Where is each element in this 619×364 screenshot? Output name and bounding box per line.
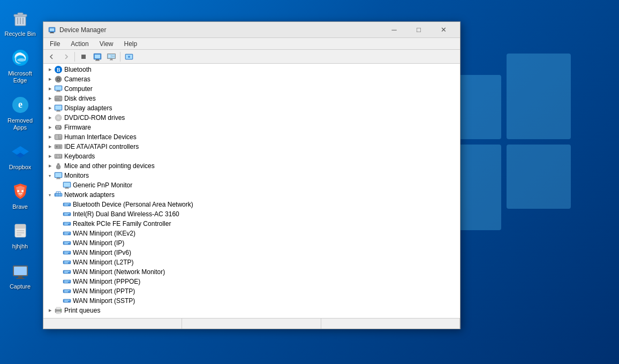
svg-rect-127 [63,232,71,235]
tree-item-monitors[interactable]: Monitors [43,171,460,180]
menu-action[interactable]: Action [65,38,94,49]
wan-pptp-icon [63,287,71,295]
tree-item-keyboards[interactable]: Keyboards [43,151,460,161]
tree-item-computer[interactable]: Computer [43,84,460,94]
recycle-bin-label: Recycle Bin [4,31,35,37]
expand-computer[interactable] [46,85,54,93]
firmware-icon [54,123,63,132]
expand-network-adapters[interactable] [46,191,54,199]
status-segment-2 [182,318,321,329]
forward-button[interactable] [59,51,72,63]
expand-mice[interactable] [46,162,54,170]
tree-item-firmware[interactable]: Firmware [43,123,460,132]
properties-button[interactable] [91,51,104,63]
minimize-button[interactable]: ─ [382,22,406,38]
svg-rect-92 [60,156,61,157]
expand-ide-atapi[interactable] [46,142,54,151]
tree-item-display-adapters[interactable]: Display adapters [43,103,460,113]
expand-keyboards[interactable] [46,152,54,161]
tree-item-wan-netmon[interactable]: WAN Miniport (Network Monitor) [43,267,460,277]
svg-rect-74 [55,126,56,128]
tree-item-cameras[interactable]: Cameras [43,74,460,84]
menu-view[interactable]: View [94,38,119,49]
tree-item-wan-ip[interactable]: WAN Miniport (IP) [43,238,460,248]
svg-text:B: B [57,67,61,73]
tree-item-bluetooth-pan[interactable]: Bluetooth Device (Personal Area Network) [43,200,460,209]
wan-ipv6-label: WAN Miniport (IPv6) [73,249,131,256]
expand-dvd-cdrom[interactable] [46,113,54,122]
tree-item-wan-ipv6[interactable]: WAN Miniport (IPv6) [43,248,460,257]
removed-apps-icon: e [10,94,31,116]
tree-view[interactable]: B Bluetooth Cameras [43,64,460,318]
svg-rect-75 [61,126,62,128]
expand-monitors[interactable] [46,171,54,180]
tree-item-wan-pptp[interactable]: WAN Miniport (PPTP) [43,286,460,296]
tree-item-network-adapters[interactable]: Network adapters [43,190,460,200]
svg-rect-126 [64,224,68,225]
svg-point-68 [58,117,59,118]
svg-rect-82 [56,146,58,148]
tree-item-generic-pnp[interactable]: Generic PnP Monitor [43,180,460,190]
svg-rect-41 [110,59,112,60]
maximize-button[interactable]: □ [406,22,431,38]
svg-rect-22 [15,224,26,229]
back-button[interactable] [46,51,58,63]
wan-sstp-label: WAN Miniport (SSTP) [73,297,135,305]
tree-item-print-queues[interactable]: Print queues [43,306,460,315]
print-queues-label: Print queues [64,307,100,314]
computer-label: Computer [64,85,93,93]
hjhjhh-icon [10,220,31,241]
svg-point-11 [17,58,26,62]
svg-rect-104 [65,188,69,189]
svg-rect-31 [50,28,54,31]
svg-rect-149 [64,300,70,301]
desktop-icon-dropbox[interactable]: Dropbox [2,139,39,173]
tree-item-wan-ikev2[interactable]: WAN Miniport (IKEv2) [43,229,460,238]
tree-item-mice[interactable]: Mice and other pointing devices [43,161,460,171]
hjhjhh-label: hjhjhh [12,243,28,250]
tree-item-ide-atapi[interactable]: IDE ATA/ATAPI controllers [43,142,460,151]
tree-item-wan-sstp[interactable]: WAN Miniport (SSTP) [43,296,460,306]
expand-bluetooth[interactable] [46,65,54,74]
stop-button[interactable] [77,51,90,63]
wan-netmon-label: WAN Miniport (Network Monitor) [73,268,165,276]
svg-rect-133 [63,251,71,254]
expand-print-queues[interactable] [46,306,54,315]
tree-item-intel-wireless[interactable]: Intel(R) Dual Band Wireless-AC 3160 [43,209,460,219]
expand-disk-drives[interactable] [46,94,54,103]
desktop-icon-edge[interactable]: Microsoft Edge [2,45,39,86]
desktop-icon-brave[interactable]: Brave [2,178,39,213]
tree-item-dvd-cdrom[interactable]: DVD/CD-ROM drives [43,113,460,123]
desktop-icon-removed-apps[interactable]: e Removed Apps [2,92,39,133]
capture-label: Capture [10,283,31,290]
tree-item-realtek[interactable]: Realtek PCIe FE Family Controller [43,219,460,229]
svg-rect-132 [64,244,68,245]
tree-item-human-interface[interactable]: Human Interface Devices [43,132,460,142]
svg-rect-89 [60,155,61,156]
svg-rect-106 [56,194,57,195]
desktop-icon-capture[interactable]: Capture [2,258,39,292]
tree-item-wan-pppoe[interactable]: WAN Miniport (PPPOE) [43,277,460,286]
expand-cameras[interactable] [46,75,54,84]
menu-file[interactable]: File [44,38,65,49]
svg-rect-99 [57,178,60,179]
svg-rect-91 [57,156,59,157]
expand-human-interface[interactable] [46,133,54,141]
svg-rect-135 [64,253,68,254]
close-button[interactable]: ✕ [431,22,456,38]
expand-firmware[interactable] [46,123,54,132]
ide-atapi-label: IDE ATA/ATAPI controllers [64,143,139,150]
tree-item-disk-drives[interactable]: Disk drives [43,94,460,103]
svg-rect-138 [64,263,68,264]
svg-rect-100 [56,179,61,179]
device-manager-button[interactable] [105,51,118,63]
tree-item-bluetooth[interactable]: B Bluetooth [43,65,460,74]
expand-display-adapters[interactable] [46,104,54,112]
svg-rect-124 [63,222,71,225]
desktop-icon-recycle-bin[interactable]: Recycle Bin [2,5,39,40]
tree-item-wan-l2tp[interactable]: WAN Miniport (L2TP) [43,257,460,267]
menu-help[interactable]: Help [119,38,143,49]
monitors-icon [54,171,63,180]
desktop-icon-hjhjhh[interactable]: hjhjhh [2,218,39,252]
show-hidden-button[interactable] [123,51,135,63]
